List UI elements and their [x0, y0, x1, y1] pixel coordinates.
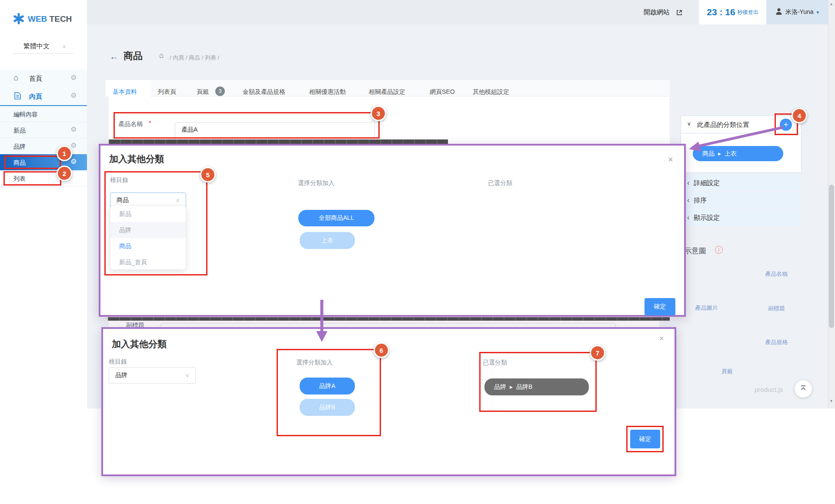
logo-tech: TECH	[50, 14, 72, 23]
collapse-top-icon	[799, 384, 807, 394]
preview-spec-block: 產品規格	[758, 327, 795, 358]
tab-promotions[interactable]: 相關優惠活動	[309, 88, 346, 96]
user-icon	[775, 7, 782, 17]
back-arrow-icon[interactable]: ←	[110, 52, 118, 62]
sidebar-item-products[interactable]: 商品 ⚙	[0, 154, 87, 170]
gear-icon[interactable]: ⚙	[70, 92, 77, 99]
root-directory-label: 根目錄	[109, 358, 127, 366]
logout-timer: 23 : 16 秒後登出	[699, 0, 766, 24]
language-label: 繁體中文	[23, 42, 50, 50]
sidebar-item-new-products[interactable]: 新品 ⚙	[0, 122, 87, 138]
gear-icon[interactable]: ⚙	[70, 74, 77, 81]
chevron-up-icon: ∧	[176, 197, 180, 203]
selected-category-label: 已選分類	[483, 359, 507, 367]
sidebar-item-brands[interactable]: 品牌 ⚙	[0, 138, 87, 154]
sidebar-item-edit-content[interactable]: 編輯內容	[0, 106, 87, 122]
dropdown-option-new[interactable]: 新品	[110, 206, 186, 222]
chevron-down-icon: ∨	[185, 372, 189, 378]
add-category-modal-first: 加入其他分類 × 根目錄 商品 ∧ 新品 品牌 商品 新品_首頁 選擇分類加入 …	[99, 144, 686, 317]
sidebar-item-label: 編輯內容	[13, 111, 38, 119]
sidebar-item-label: 商品	[13, 159, 26, 167]
choice-all-products-button[interactable]: 全部商品ALL	[298, 210, 374, 226]
dropdown-option-product[interactable]: 商品	[110, 238, 186, 254]
home-breadcrumb-icon[interactable]: ⌂	[159, 52, 164, 59]
tab-price-specs[interactable]: 金額及產品規格	[243, 88, 285, 96]
choice-brand-b-button[interactable]: 品牌B	[300, 399, 355, 416]
category-parent: 品牌	[494, 383, 506, 391]
choice-tops-button[interactable]: 上衣	[300, 232, 355, 249]
selected-category-tag[interactable]: 品牌 ▶ 品牌B	[484, 378, 589, 395]
logo-web: WEB	[28, 14, 47, 23]
category-child: 品牌B	[516, 383, 532, 391]
chevron-left-icon: ‹	[687, 214, 689, 222]
confirm-button[interactable]: 確定	[630, 430, 660, 448]
timer-suffix: 秒後登出	[738, 9, 758, 16]
choice-brand-a-button[interactable]: 品牌A	[300, 378, 355, 395]
annotation-badge-7: 7	[590, 345, 605, 361]
annotation-badge-6: 6	[374, 342, 389, 358]
category-parent: 商品	[702, 150, 715, 158]
open-website-link[interactable]: 開啟網站	[644, 8, 670, 17]
triangle-right-icon: ▶	[718, 152, 721, 156]
section-label: 詳細設定	[694, 179, 720, 187]
sidebar-item-home[interactable]: ⌂ 首頁 ⚙	[0, 70, 87, 87]
tab-page-tabs[interactable]: 頁籤	[197, 88, 209, 96]
username: 米洛-Yuna	[785, 8, 814, 16]
close-icon[interactable]: ×	[668, 155, 673, 164]
language-selector[interactable]: 繁體中文 ∨	[13, 40, 73, 53]
block-label: 產品名稱	[765, 270, 788, 278]
sidebar-item-inner-pages[interactable]: 內頁 ⚙	[0, 87, 87, 105]
section-label: 顯示設定	[694, 214, 720, 222]
tab-label[interactable]: 基本資料	[113, 88, 137, 96]
logo-text: WEB TECH	[28, 14, 72, 24]
info-icon: i	[715, 246, 723, 254]
gear-icon[interactable]: ⚙	[70, 126, 77, 133]
section-display-settings[interactable]: ‹ 顯示設定	[681, 209, 802, 226]
preview-product-name-block: 產品名稱	[758, 258, 795, 290]
divider	[13, 53, 73, 54]
tab-seo[interactable]: 網頁SEO	[430, 88, 455, 96]
tab-other-modules[interactable]: 其他模組設定	[473, 88, 509, 96]
scroll-down-icon[interactable]: ▼	[829, 399, 833, 403]
gear-icon[interactable]: ⚙	[70, 142, 77, 149]
tab-related-products[interactable]: 相關產品設定	[369, 88, 405, 96]
selected-category-tag[interactable]: 商品 ▶ 上衣	[693, 146, 783, 161]
block-label: 頁籤	[721, 368, 733, 375]
breadcrumb: / 內頁 / 商品 / 列表 /	[170, 54, 219, 62]
sidebar-item-list[interactable]: 列表	[0, 170, 87, 186]
open-website-label: 開啟網站	[644, 8, 670, 16]
tab-list-page[interactable]: 列表頁	[158, 88, 176, 96]
selected-category-label: 已選分類	[488, 179, 512, 187]
chevron-down-icon: ∨	[687, 121, 691, 127]
triangle-right-icon: ▶	[510, 385, 513, 389]
editor-toolbar-clipped	[108, 317, 670, 321]
page-title: 商品	[124, 50, 143, 63]
scrollbar-thumb[interactable]	[829, 185, 834, 328]
product-name-input[interactable]	[175, 122, 375, 138]
sidebar-item-label: 新品	[13, 127, 26, 135]
user-menu[interactable]: 米洛-Yuna ▾	[766, 0, 828, 24]
close-icon[interactable]: ×	[659, 335, 664, 342]
logo-icon	[13, 13, 24, 26]
section-detail-settings[interactable]: ‹ 詳細設定	[681, 175, 802, 191]
preview-subtitle-block: 副標題	[758, 292, 795, 324]
section-sorting[interactable]: ‹ 排序	[681, 192, 802, 209]
dropdown-option-brand[interactable]: 品牌	[110, 222, 186, 238]
add-category-button[interactable]: +	[780, 119, 792, 131]
annotation-badge-2: 2	[57, 166, 72, 181]
sidebar-item-label: 品牌	[13, 143, 26, 151]
scroll-to-top-button[interactable]	[795, 380, 812, 398]
home-icon: ⌂	[13, 73, 18, 82]
tab-count-badge: 3	[215, 86, 225, 96]
confirm-button[interactable]: 確定	[645, 298, 675, 315]
scroll-up-icon[interactable]: ▲	[829, 2, 833, 6]
dropdown-option-new-home[interactable]: 新品_首頁	[110, 254, 186, 270]
sidebar-item-label: 首頁	[29, 75, 42, 83]
timer-value: 23 : 16	[707, 7, 735, 17]
document-icon	[14, 92, 21, 101]
root-directory-select[interactable]: 品牌 ∨	[109, 367, 196, 384]
block-label: 產品圖片	[695, 304, 718, 312]
gear-icon[interactable]: ⚙	[70, 158, 77, 165]
external-link-icon	[676, 9, 683, 18]
modal-title: 加入其他分類	[112, 338, 167, 350]
